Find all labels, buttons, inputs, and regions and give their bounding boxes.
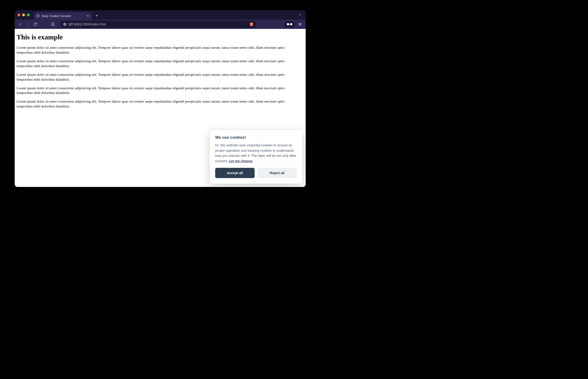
bookmark-button[interactable] bbox=[51, 22, 55, 27]
back-button[interactable] bbox=[18, 22, 23, 27]
page-heading: This is example bbox=[16, 33, 304, 41]
close-window-button[interactable] bbox=[17, 14, 20, 16]
divider bbox=[247, 22, 247, 26]
accept-all-button[interactable]: Accept all bbox=[215, 168, 254, 178]
svg-rect-4 bbox=[289, 24, 290, 24]
page-content: This is example Lorem ipsum dolor sit am… bbox=[15, 29, 306, 187]
close-tab-button[interactable]: ✕ bbox=[86, 14, 89, 18]
browser-tab[interactable]: Easy Cookie Consent ✕ bbox=[34, 12, 92, 20]
minimize-window-button[interactable] bbox=[22, 14, 25, 16]
site-info-icon[interactable]: ! bbox=[63, 23, 66, 26]
tab-title: Easy Cookie Consent bbox=[42, 14, 85, 18]
maximize-window-button[interactable] bbox=[27, 14, 30, 16]
menu-button[interactable] bbox=[298, 22, 302, 26]
reader-mode-button[interactable] bbox=[284, 21, 295, 27]
forward-button[interactable] bbox=[25, 22, 30, 27]
browser-toolbar: ! 127.0.0.1:5500/index.html bbox=[15, 20, 306, 29]
cookie-consent-modal: We use cookies! Hi, this website uses es… bbox=[210, 130, 302, 184]
reload-button[interactable] bbox=[33, 22, 38, 27]
url-text: 127.0.0.1:5500/index.html bbox=[68, 22, 106, 26]
tabs-dropdown-button[interactable] bbox=[298, 13, 302, 17]
paragraph: Lorem ipsum dolor sit amet consectetur a… bbox=[16, 72, 294, 82]
paragraph: Lorem ipsum dolor sit amet consectetur a… bbox=[16, 45, 294, 55]
browser-window: Easy Cookie Consent ✕ + ! 127.0.0.1:5500… bbox=[15, 10, 306, 187]
let-me-choose-link[interactable]: Let me choose bbox=[229, 159, 253, 163]
reject-all-button[interactable]: Reject all bbox=[257, 168, 297, 178]
browser-titlebar: Easy Cookie Consent ✕ + bbox=[15, 10, 306, 20]
paragraph: Lorem ipsum dolor sit amet consectetur a… bbox=[16, 59, 294, 68]
cookie-body-text: Hi, this website uses essential cookies … bbox=[215, 143, 296, 163]
new-tab-button[interactable]: + bbox=[94, 12, 100, 19]
svg-point-2 bbox=[287, 23, 289, 25]
brave-shields-icon[interactable] bbox=[249, 22, 254, 27]
address-bar[interactable]: ! 127.0.0.1:5500/index.html bbox=[61, 21, 256, 28]
svg-point-3 bbox=[290, 23, 292, 25]
paragraph: Lorem ipsum dolor sit amet consectetur a… bbox=[16, 86, 294, 95]
cookie-buttons: Accept all Reject all bbox=[215, 168, 297, 178]
window-controls bbox=[17, 14, 30, 16]
globe-icon bbox=[36, 14, 40, 18]
glasses-icon bbox=[286, 23, 293, 26]
paragraph: Lorem ipsum dolor sit amet consectetur a… bbox=[16, 99, 294, 109]
cookie-body: Hi, this website uses essential cookies … bbox=[215, 143, 297, 164]
cookie-title: We use cookies! bbox=[215, 135, 297, 140]
